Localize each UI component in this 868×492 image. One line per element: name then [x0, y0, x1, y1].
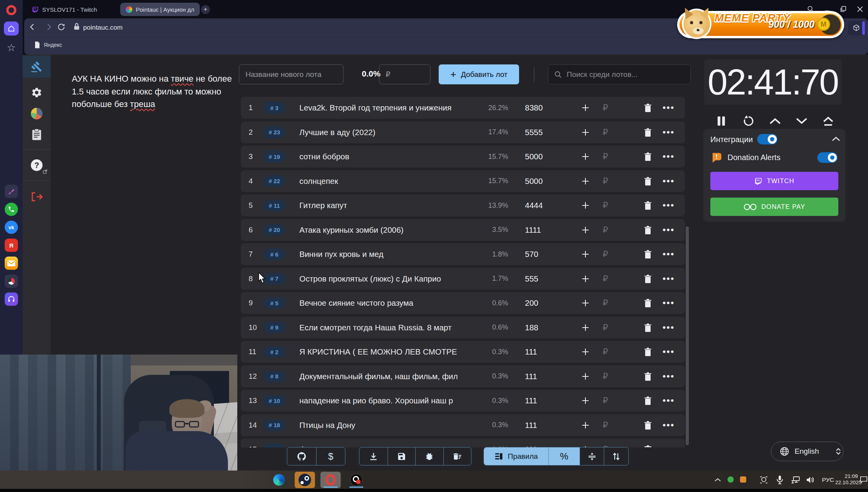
easy-setup-icon[interactable]: ☆: [5, 41, 18, 54]
url-bar[interactable]: pointauc.com: [83, 24, 123, 32]
lot-amount[interactable]: 200: [525, 298, 568, 308]
lot-amount[interactable]: 111: [525, 347, 568, 357]
lot-currency-button[interactable]: ₽: [598, 394, 612, 408]
back-button[interactable]: [28, 23, 37, 31]
rules-button[interactable]: Правила: [484, 447, 548, 465]
collapse-icon[interactable]: [831, 136, 841, 142]
lot-more-button[interactable]: •••: [662, 174, 676, 188]
lot-more-button[interactable]: •••: [662, 223, 676, 237]
lot-amount[interactable]: 111: [525, 372, 568, 381]
whatsapp-icon[interactable]: [5, 203, 18, 216]
tab-pointauc[interactable]: Pointauc | Аукцион для ст: [120, 3, 200, 16]
nav-settings[interactable]: [23, 82, 51, 103]
lot-add-button[interactable]: [578, 394, 592, 408]
lot-more-button[interactable]: •••: [662, 150, 676, 164]
tray-app-icon[interactable]: [740, 476, 746, 483]
tray-expand-icon[interactable]: [714, 477, 721, 483]
lot-amount[interactable]: 111: [525, 396, 568, 405]
lot-currency-button[interactable]: ₽: [598, 198, 612, 212]
timer-eject-button[interactable]: [820, 113, 837, 129]
lot-delete-button[interactable]: [641, 345, 655, 359]
save-button[interactable]: [388, 447, 416, 465]
nav-help[interactable]: ?: [23, 154, 51, 176]
clear-lots-button[interactable]: [443, 447, 471, 465]
lot-delete-button[interactable]: [641, 394, 655, 408]
lot-amount[interactable]: 5555: [525, 128, 568, 137]
tray-notification-icon[interactable]: [859, 476, 868, 483]
headset-icon[interactable]: [5, 292, 18, 306]
lot-currency-button[interactable]: ₽: [598, 125, 612, 139]
lot-add-button[interactable]: [578, 198, 592, 212]
lot-add-button[interactable]: [578, 150, 592, 164]
compact-view-button[interactable]: [580, 447, 604, 465]
lot-add-button[interactable]: [578, 247, 592, 261]
new-tab-button[interactable]: +: [201, 5, 210, 14]
lot-more-button[interactable]: •••: [662, 418, 676, 432]
lot-name[interactable]: Винни пух кровь и мед: [299, 250, 466, 259]
lot-more-button[interactable]: •••: [662, 272, 676, 286]
taskbar-opera[interactable]: [320, 472, 341, 488]
lot-add-button[interactable]: [578, 272, 592, 286]
lot-name[interactable]: сотни бобров: [299, 152, 466, 161]
meme-party-banner[interactable]: MEME PARTY 900 / 1000 M: [677, 11, 844, 38]
tray-clock[interactable]: 21:0922.10.2025: [835, 473, 858, 486]
photos-icon[interactable]: [5, 275, 18, 288]
lot-name[interactable]: Остров проклятых (люкс) с Ди Каприо: [299, 274, 466, 283]
lot-more-button[interactable]: •••: [662, 296, 676, 310]
lot-more-button[interactable]: •••: [662, 198, 676, 212]
lot-add-button[interactable]: [578, 321, 592, 335]
lot-delete-button[interactable]: [641, 321, 655, 335]
lot-add-button[interactable]: [578, 369, 592, 383]
reload-button[interactable]: [57, 23, 66, 31]
lot-delete-button[interactable]: [641, 418, 655, 432]
lot-add-button[interactable]: [578, 296, 592, 310]
lot-currency-button[interactable]: ₽: [598, 345, 612, 359]
lot-currency-button[interactable]: ₽: [598, 418, 612, 432]
new-lot-name-input[interactable]: Название нового лота: [239, 64, 343, 84]
lot-amount[interactable]: 8380: [525, 103, 568, 112]
lot-currency-button[interactable]: ₽: [598, 101, 612, 115]
lot-name[interactable]: солнцепек: [299, 176, 466, 186]
percent-view-button[interactable]: %: [548, 447, 580, 465]
lock-icon[interactable]: [73, 23, 80, 30]
table-scrollbar[interactable]: [686, 226, 689, 445]
sidebar-home-button[interactable]: [4, 21, 19, 36]
lot-name[interactable]: Вечное сияние чистого разума: [299, 298, 466, 308]
lot-delete-button[interactable]: [641, 296, 655, 310]
taskbar-steam[interactable]: [295, 472, 315, 488]
donate-pay-button[interactable]: DONATE PAY: [710, 198, 838, 216]
lot-more-button[interactable]: •••: [662, 369, 676, 383]
bookmark-yandex[interactable]: Яндекс: [34, 41, 62, 48]
yandex-icon[interactable]: Я: [5, 239, 18, 252]
opera-logo[interactable]: [6, 5, 16, 15]
lot-amount[interactable]: 111: [525, 421, 568, 430]
lot-amount[interactable]: 570: [525, 250, 568, 259]
sort-button[interactable]: [604, 447, 628, 465]
lot-add-button[interactable]: [578, 223, 592, 237]
lot-currency-button[interactable]: ₽: [598, 321, 612, 335]
lot-delete-button[interactable]: [641, 174, 655, 188]
lot-name[interactable]: нападение на рио браво. Хороший наш р: [299, 396, 466, 405]
tray-volume-icon[interactable]: [806, 476, 815, 484]
lot-add-button[interactable]: [578, 174, 592, 188]
lot-name[interactable]: Атака куриных зомби (2006): [299, 225, 466, 235]
window-close-button[interactable]: [854, 3, 866, 15]
lot-delete-button[interactable]: [641, 125, 655, 139]
lot-currency-button[interactable]: ₽: [598, 223, 612, 237]
lot-delete-button[interactable]: [641, 101, 655, 115]
tab-twitch[interactable]: SYSLOV171 - Twitch: [27, 3, 103, 16]
nav-statistics[interactable]: [23, 103, 51, 125]
lot-currency-button[interactable]: ₽: [598, 150, 612, 164]
lot-delete-button[interactable]: [641, 150, 655, 164]
nav-logout[interactable]: [23, 186, 51, 208]
lot-name[interactable]: Leva2k. Второй год терпения и унижения: [299, 103, 466, 112]
github-button[interactable]: [287, 447, 316, 465]
lot-more-button[interactable]: •••: [662, 321, 676, 335]
forward-button[interactable]: [44, 23, 53, 31]
download-button[interactable]: [359, 447, 388, 465]
timer-pause-button[interactable]: [713, 113, 730, 129]
lot-currency-button[interactable]: ₽: [598, 247, 612, 261]
twitch-button[interactable]: TWITCH: [710, 172, 838, 190]
lot-more-button[interactable]: •••: [662, 345, 676, 359]
tray-network-icon[interactable]: [791, 476, 800, 484]
